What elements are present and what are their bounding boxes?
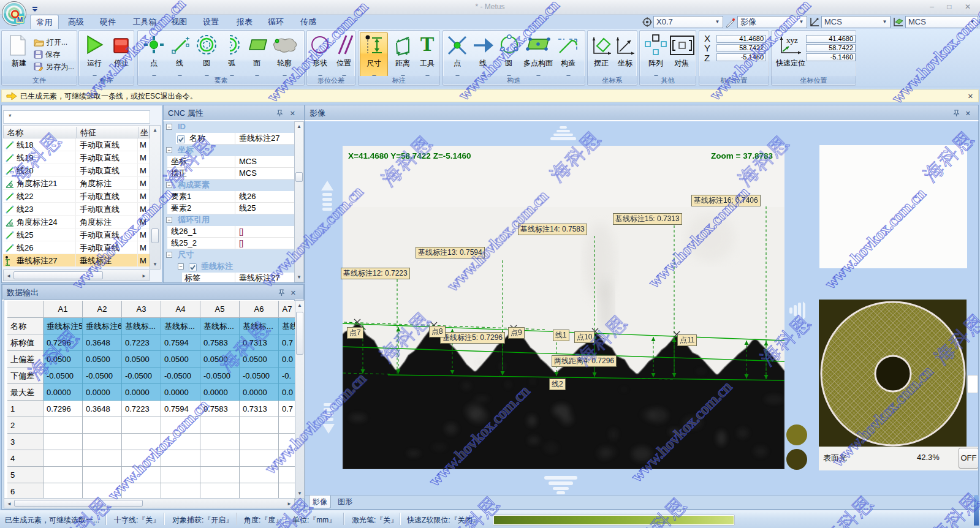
svg-text:xyz: xyz — [786, 36, 798, 45]
svg-text:θ: θ — [10, 184, 12, 187]
svg-text:θ: θ — [10, 222, 12, 226]
svg-text:X=41.4680 Y=58.7422 Z=-5.146: X=41.4680 Y=58.7422 Z=-5.1460 — [348, 151, 471, 160]
svg-text:Zoom = 37.8783: Zoom = 37.8783 — [711, 151, 773, 160]
